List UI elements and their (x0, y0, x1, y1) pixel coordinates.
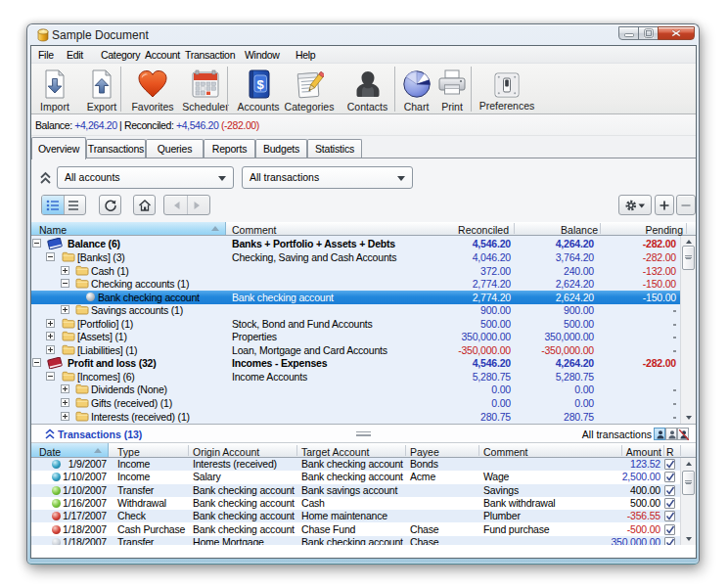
svg-text:$: $ (256, 77, 264, 92)
